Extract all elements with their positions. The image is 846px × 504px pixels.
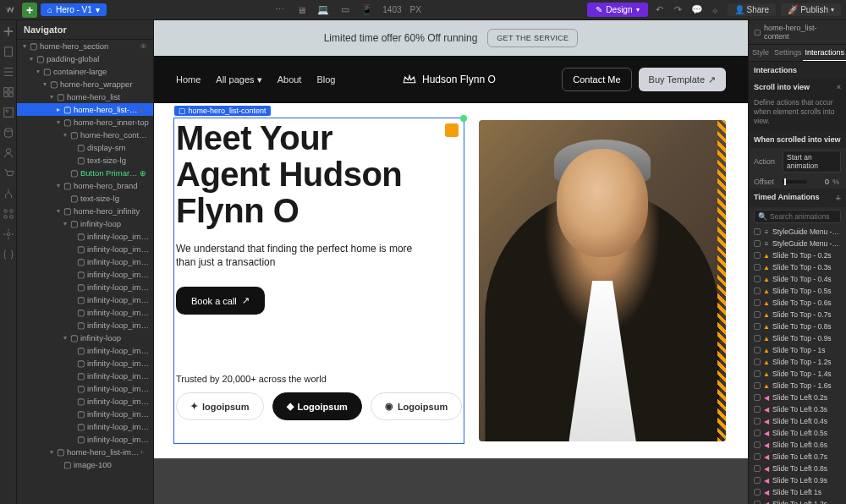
laptop-icon[interactable]: 💻 xyxy=(316,3,330,17)
tree-row[interactable]: ▾▢home-hero_content-inner_title xyxy=(17,129,153,141)
animation-checkbox[interactable] xyxy=(754,477,761,484)
animation-row[interactable]: ▲Slide To Top - 0.5s xyxy=(749,285,846,297)
animation-row[interactable]: ▲Slide To Top - 1.2s xyxy=(749,356,846,368)
cms-icon[interactable] xyxy=(3,127,14,139)
animation-checkbox[interactable] xyxy=(754,240,761,247)
tree-row[interactable]: ▢infinity-loop_image xyxy=(17,382,153,395)
tree-row[interactable]: ▾▢home-hero_list xyxy=(17,90,153,103)
animation-checkbox[interactable] xyxy=(754,288,761,294)
tree-arrow-icon[interactable]: ▾ xyxy=(54,182,63,189)
tree-row[interactable]: ▾▢container-large xyxy=(17,65,153,78)
animation-checkbox[interactable] xyxy=(754,276,761,282)
animation-checkbox[interactable] xyxy=(754,335,761,342)
tree-row[interactable]: ▢infinity-loop_image xyxy=(17,281,153,293)
animation-checkbox[interactable] xyxy=(754,406,761,413)
tree-arrow-icon[interactable]: ▾ xyxy=(54,207,63,215)
logo-pill[interactable]: ✦logoipsum xyxy=(176,392,264,420)
tree-row[interactable]: ▾▢padding-global xyxy=(17,52,153,65)
animation-row[interactable]: ▲Slide To Top - 0.9s xyxy=(749,332,846,344)
tree-arrow-icon[interactable]: ▾ xyxy=(47,93,56,101)
tree-row[interactable]: ▢image-100 xyxy=(17,458,153,471)
pages-icon[interactable] xyxy=(3,46,14,58)
tree-arrow-icon[interactable]: ▾ xyxy=(47,448,56,456)
tree-action-icon[interactable]: ▸ xyxy=(140,106,150,114)
selection-label[interactable]: ▢ home-hero_list-content xyxy=(174,106,271,116)
tree-row[interactable]: ▾▢infinity-loop xyxy=(17,217,153,230)
tree-arrow-icon[interactable]: ▾ xyxy=(34,68,42,75)
animation-row[interactable]: ◀Slide To Left 1.2s xyxy=(749,498,846,504)
animation-checkbox[interactable] xyxy=(754,252,761,259)
search-animations[interactable]: 🔍 xyxy=(754,210,841,223)
animation-row[interactable]: ◀Slide To Left 0.9s xyxy=(749,474,846,486)
animation-checkbox[interactable] xyxy=(754,394,761,401)
hero-title[interactable]: Meet Your Agent Hudson Flynn O xyxy=(176,120,462,230)
webflow-logo-icon[interactable] xyxy=(3,3,19,18)
tree-row[interactable]: ▢infinity-loop_image xyxy=(17,319,153,331)
redo-button[interactable]: ↷ xyxy=(672,3,685,17)
animation-row[interactable]: ▲Slide To Top - 0.6s xyxy=(749,297,846,309)
tree-arrow-icon[interactable]: ▾ xyxy=(27,55,36,63)
animation-row[interactable]: ◀Slide To Left 0.4s xyxy=(749,415,846,427)
search-input[interactable] xyxy=(770,212,846,221)
animation-row[interactable]: ◀Slide To Left 0.5s xyxy=(749,427,846,439)
hero-subtitle[interactable]: We understand that finding the perfect h… xyxy=(176,242,413,271)
code-icon[interactable]: ⟐ xyxy=(709,3,722,17)
tablet-icon[interactable]: ▭ xyxy=(338,3,352,17)
promo-button[interactable]: GET THE SERVICE xyxy=(487,29,578,47)
tree-row[interactable]: ▾▢home-hero_infinity xyxy=(17,205,153,217)
animation-row[interactable]: ◀Slide To Left 0.2s xyxy=(749,392,846,403)
publish-button[interactable]: 🚀 Publish ▾ xyxy=(781,3,841,16)
animation-checkbox[interactable] xyxy=(754,453,761,460)
tree-row[interactable]: ▢text-size-lg xyxy=(17,154,153,167)
navigator-icon[interactable] xyxy=(3,66,14,78)
animation-checkbox[interactable] xyxy=(754,228,761,235)
buy-template-button[interactable]: Buy Template ↗ xyxy=(639,68,726,91)
variables-icon[interactable] xyxy=(3,249,14,260)
tree-row[interactable]: ▢infinity-loop_image xyxy=(17,433,153,446)
logic-icon[interactable] xyxy=(3,188,14,200)
logo-pill[interactable]: ◆Logoipsum xyxy=(272,392,362,420)
panel-tab[interactable]: Style xyxy=(749,45,772,61)
animation-row[interactable]: ▲Slide To Top - 0.3s xyxy=(749,261,846,273)
mobile-icon[interactable]: 📱 xyxy=(360,3,374,17)
animation-row[interactable]: ▲Slide To Top - 1s xyxy=(749,344,846,356)
tree-row[interactable]: ▢infinity-loop_image xyxy=(17,268,153,281)
tree-row[interactable]: ▢display-sm xyxy=(17,141,153,154)
animation-row[interactable]: ▲Slide To Top - 0.8s xyxy=(749,320,846,332)
add-icon[interactable]: + xyxy=(836,193,841,203)
panel-tab[interactable]: Interactions xyxy=(803,45,846,61)
tree-row[interactable]: ▾▢home-hero_brand xyxy=(17,179,153,192)
animation-row[interactable]: ▲Slide To Top - 1.6s xyxy=(749,380,846,392)
animation-checkbox[interactable] xyxy=(754,418,761,425)
tree-row[interactable]: ▢infinity-loop_image xyxy=(17,344,153,357)
animation-row[interactable]: ▲Slide To Top - 0.4s xyxy=(749,273,846,285)
action-select[interactable]: Start an animation xyxy=(783,151,841,173)
animation-checkbox[interactable] xyxy=(754,347,761,353)
components-icon[interactable] xyxy=(3,86,14,98)
comment-icon[interactable]: 💬 xyxy=(690,3,704,17)
hero-image[interactable] xyxy=(479,120,726,441)
animation-row[interactable]: ≡StyleGuide Menu - close xyxy=(749,238,846,249)
animation-row[interactable]: ◀Slide To Left 0.6s xyxy=(749,439,846,451)
tree-row[interactable]: ▢infinity-loop_image xyxy=(17,408,153,420)
animation-checkbox[interactable] xyxy=(754,359,761,365)
tree-arrow-icon[interactable]: ▾ xyxy=(61,220,69,227)
tree-row[interactable]: ▾▢infinity-loop xyxy=(17,331,153,344)
tree-row[interactable]: ▢infinity-loop_image xyxy=(17,255,153,268)
tree-row[interactable]: ▢infinity-loop_image xyxy=(17,395,153,408)
tree-row[interactable]: ▢infinity-loop_image xyxy=(17,230,153,243)
animation-checkbox[interactable] xyxy=(754,382,761,389)
close-icon[interactable]: × xyxy=(837,83,841,91)
canvas-width[interactable]: 1403 xyxy=(382,5,401,14)
animation-checkbox[interactable] xyxy=(754,299,761,306)
tree-row[interactable]: ▾▢home-hero_inner-top xyxy=(17,116,153,129)
add-element-button[interactable]: + xyxy=(22,3,37,18)
logo-pill[interactable]: ◉Logoipsum xyxy=(371,392,462,420)
animation-row[interactable]: ▲Slide To Top - 1.4s xyxy=(749,368,846,380)
ellipsis-icon[interactable]: ⋯ xyxy=(272,3,286,17)
animation-checkbox[interactable] xyxy=(754,441,761,448)
selected-element-crumb[interactable]: ▢ home-hero_list-content xyxy=(749,20,846,45)
tree-row[interactable]: ▢Button Primary (Default) - Light …⊕ xyxy=(17,167,153,179)
tree-arrow-icon[interactable]: ▾ xyxy=(41,80,49,88)
animation-row[interactable]: ◀Slide To Left 1s xyxy=(749,486,846,498)
